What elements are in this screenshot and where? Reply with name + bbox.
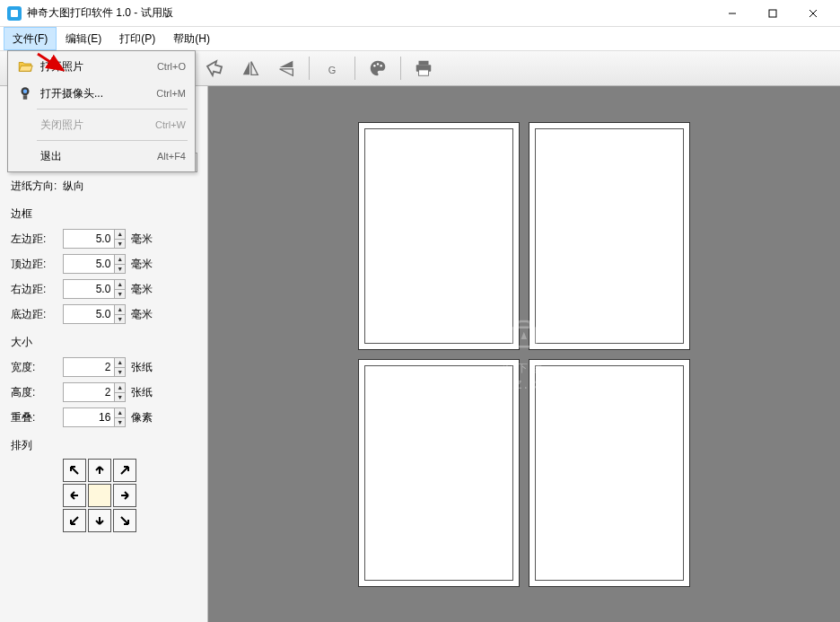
print-icon[interactable] bbox=[408, 55, 439, 82]
menu-exit[interactable]: 退出 Alt+F4 bbox=[10, 143, 193, 170]
menu-open-photo[interactable]: 打开照片 Ctrl+O bbox=[10, 53, 193, 80]
svg-rect-2 bbox=[769, 10, 776, 17]
size-header: 大小 bbox=[11, 335, 197, 350]
arrange-e[interactable] bbox=[113, 484, 136, 507]
svg-point-6 bbox=[373, 65, 375, 66]
overlap-label: 重叠: bbox=[11, 410, 63, 425]
folder-open-icon bbox=[15, 58, 35, 74]
width-label: 宽度: bbox=[11, 360, 63, 375]
arrange-center[interactable] bbox=[88, 484, 111, 507]
width-input[interactable]: ▲▼ bbox=[63, 357, 126, 377]
border-header: 边框 bbox=[11, 206, 197, 222]
page-preview bbox=[358, 122, 520, 350]
margin-top-label: 顶边距: bbox=[11, 257, 63, 272]
svg-point-8 bbox=[380, 65, 381, 66]
page-preview bbox=[529, 359, 690, 587]
arrange-header: 排列 bbox=[11, 438, 197, 453]
rotate-right-icon[interactable] bbox=[199, 55, 230, 82]
app-icon bbox=[7, 6, 22, 21]
arrange-s[interactable] bbox=[88, 509, 111, 532]
close-button[interactable] bbox=[792, 1, 833, 26]
overlap-input[interactable]: ▲▼ bbox=[63, 407, 126, 427]
svg-point-7 bbox=[377, 63, 379, 65]
minimize-button[interactable] bbox=[712, 1, 752, 26]
flip-vertical-icon[interactable] bbox=[271, 55, 302, 82]
svg-rect-11 bbox=[419, 70, 429, 75]
margin-left-label: 左边距: bbox=[11, 232, 63, 247]
feed-dir-value: 纵向 bbox=[63, 179, 197, 194]
menu-edit[interactable]: 编辑(E) bbox=[57, 27, 110, 50]
arrange-se[interactable] bbox=[113, 509, 136, 532]
page-preview bbox=[358, 359, 520, 587]
margin-top-input[interactable]: ▲▼ bbox=[63, 254, 126, 274]
feed-dir-label: 进纸方向: bbox=[11, 179, 63, 194]
window-title: 神奇大图打印软件 1.0 - 试用版 bbox=[27, 5, 712, 21]
height-input[interactable]: ▲▼ bbox=[63, 382, 126, 402]
margin-right-label: 右边距: bbox=[11, 282, 63, 297]
svg-rect-9 bbox=[419, 61, 429, 66]
camera-icon bbox=[15, 85, 35, 101]
arrange-grid bbox=[63, 459, 197, 532]
menu-print[interactable]: 打印(P) bbox=[110, 27, 164, 50]
grayscale-icon[interactable]: G bbox=[317, 55, 347, 82]
margin-bottom-label: 底边距: bbox=[11, 307, 63, 322]
margin-left-input[interactable]: ▲▼ bbox=[63, 229, 126, 249]
menu-file[interactable]: 文件(F) bbox=[4, 27, 57, 50]
file-menu-dropdown: 打开照片 Ctrl+O 打开摄像头... Ctrl+M 关闭照片 Ctrl+W … bbox=[7, 50, 196, 172]
margin-right-input[interactable]: ▲▼ bbox=[63, 279, 126, 299]
canvas: 安下载 anxz.com bbox=[208, 86, 840, 622]
margin-bottom-input[interactable]: ▲▼ bbox=[63, 304, 126, 324]
arrange-n[interactable] bbox=[88, 459, 111, 482]
flip-horizontal-icon[interactable] bbox=[235, 55, 266, 82]
svg-rect-15 bbox=[23, 95, 28, 100]
arrange-w[interactable] bbox=[63, 484, 86, 507]
menu-open-camera[interactable]: 打开摄像头... Ctrl+M bbox=[10, 80, 193, 107]
height-label: 高度: bbox=[11, 385, 63, 400]
svg-text:G: G bbox=[328, 65, 337, 75]
arrange-nw[interactable] bbox=[63, 459, 86, 482]
arrange-ne[interactable] bbox=[113, 459, 136, 482]
menu-close-photo: 关闭照片 Ctrl+W bbox=[10, 111, 193, 138]
palette-icon[interactable] bbox=[363, 55, 393, 82]
maximize-button[interactable] bbox=[752, 1, 792, 26]
svg-rect-0 bbox=[11, 10, 18, 17]
menu-help[interactable]: 帮助(H) bbox=[164, 27, 219, 50]
svg-point-14 bbox=[23, 90, 28, 94]
page-preview bbox=[529, 122, 690, 350]
arrange-sw[interactable] bbox=[63, 509, 86, 532]
